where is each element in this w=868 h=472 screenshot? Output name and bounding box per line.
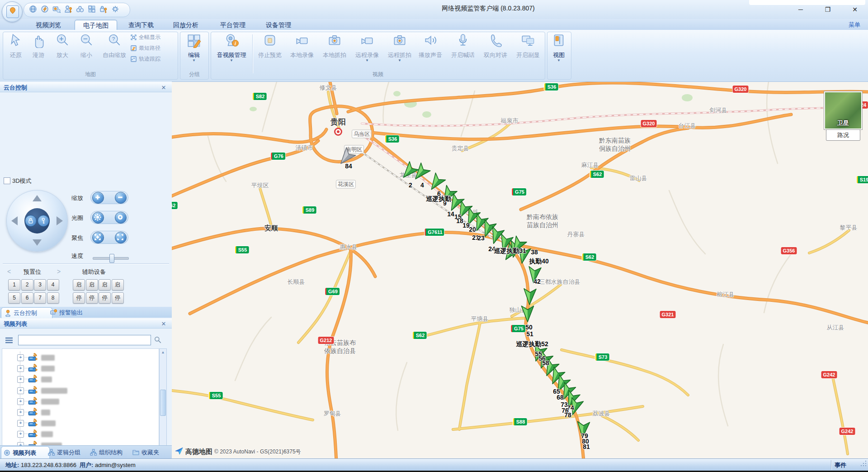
focus-out-button[interactable] xyxy=(115,232,127,243)
dropdown-arrow-icon[interactable]: ▼ xyxy=(212,59,251,62)
minus-button[interactable] xyxy=(115,192,127,204)
traffic-button[interactable]: 路况 xyxy=(826,129,860,141)
user-key-icon[interactable] xyxy=(64,5,73,15)
ribbon-button-远程抓拍[interactable]: 远程抓拍▼ xyxy=(386,33,414,62)
ribbon-button-放大[interactable]: 放大 xyxy=(52,33,73,59)
aux-off-button[interactable]: 停 xyxy=(86,292,98,304)
ribbon-button-音视频管理[interactable]: i音视频管理▼ xyxy=(212,33,251,62)
preset-next-button[interactable]: > xyxy=(57,268,61,275)
ribbon-button-本地抓拍[interactable]: 本地抓拍 xyxy=(321,33,349,59)
map-canvas[interactable]: 修文县贵阳乌当区南明区花溪区清镇市平坝区安顺惠水县长顺县紫云苗族布依族自治县罗甸… xyxy=(172,81,868,459)
aux-off-button[interactable]: 停 xyxy=(73,292,85,304)
tree-row[interactable]: + xyxy=(2,418,158,428)
event-button[interactable]: 事件 xyxy=(835,459,846,471)
close-button[interactable]: ✕ xyxy=(844,4,866,15)
tab-查询下载[interactable]: 查询下载 xyxy=(126,20,156,30)
preset-button-8[interactable]: 8 xyxy=(47,292,59,304)
tree-row[interactable]: + xyxy=(2,374,158,384)
scrollbar-thumb[interactable] xyxy=(160,390,166,416)
patrol-arrow-marker[interactable] xyxy=(524,289,536,305)
tab-电子地图[interactable]: 电子地图 xyxy=(75,20,117,30)
dropdown-arrow-icon[interactable]: ▼ xyxy=(353,59,381,62)
ribbon-button-视图[interactable]: 视图▼ xyxy=(549,33,569,62)
lightning-icon[interactable] xyxy=(40,5,49,15)
app-menu-button[interactable] xyxy=(2,1,23,22)
ptz-down-icon[interactable] xyxy=(33,239,42,246)
ribbon-button-编辑[interactable]: 编辑▼ xyxy=(181,33,207,62)
preset-button-4[interactable]: 4 xyxy=(47,279,59,291)
tab-逻辑分组[interactable]: 逻辑分组 xyxy=(46,446,90,458)
tab-视频列表[interactable]: 视频列表 xyxy=(1,446,50,459)
patrol-arrow-marker[interactable] xyxy=(522,306,534,322)
preset-button-2[interactable]: 2 xyxy=(21,279,33,291)
ptz-left-icon[interactable] xyxy=(11,216,18,225)
search-input[interactable] xyxy=(18,335,151,345)
preset-button-6[interactable]: 6 xyxy=(21,292,33,304)
ribbon-button-漫游[interactable]: 漫游 xyxy=(28,33,49,59)
tab-平台管理[interactable]: 平台管理 xyxy=(217,20,248,30)
preset-button-3[interactable]: 3 xyxy=(34,279,46,291)
ptz-close-icon[interactable]: ✕ xyxy=(160,83,167,93)
tree-expand-icon[interactable]: + xyxy=(17,354,24,361)
mode-3d-checkbox[interactable] xyxy=(4,177,10,184)
patrol-arrow-marker[interactable] xyxy=(411,163,430,183)
tree-expand-icon[interactable]: + xyxy=(17,387,24,394)
ribbon-button-远程录像[interactable]: 远程录像▼ xyxy=(353,33,381,62)
maximize-button[interactable]: ❐ xyxy=(816,4,839,15)
ribbon-small-button-最短路径[interactable]: 最短路径 xyxy=(130,43,175,52)
dropdown-arrow-icon[interactable]: ▼ xyxy=(181,59,207,62)
preset-button-1[interactable]: 1 xyxy=(8,279,20,291)
scroll-up-icon[interactable]: ▲ xyxy=(160,349,166,356)
tree-row[interactable]: + xyxy=(2,396,158,406)
ribbon-button-开启副显[interactable]: 开启副显 xyxy=(514,33,542,59)
resize-grip[interactable] xyxy=(860,460,867,467)
binoculars-icon[interactable] xyxy=(75,5,85,15)
ptz-right-icon[interactable] xyxy=(57,216,63,225)
ribbon-small-button-全幅显示[interactable]: 全幅显示 xyxy=(130,33,175,42)
tree-expand-icon[interactable]: + xyxy=(17,420,24,427)
tree-row[interactable]: + xyxy=(2,429,158,439)
aux-off-button[interactable]: 停 xyxy=(112,292,124,304)
key-icon[interactable] xyxy=(38,215,49,227)
focus-in-button[interactable] xyxy=(92,232,104,243)
ring-button[interactable] xyxy=(115,212,127,224)
aux-on-button[interactable]: 启 xyxy=(99,279,111,291)
speed-slider[interactable] xyxy=(93,257,129,260)
ribbon-button-停止预览[interactable]: 停止预览 xyxy=(256,33,284,59)
dropdown-arrow-icon[interactable]: ▼ xyxy=(386,59,414,62)
tab-设备管理[interactable]: 设备管理 xyxy=(266,20,291,30)
preset-button-5[interactable]: 5 xyxy=(8,292,20,304)
snapshot-icon[interactable] xyxy=(52,5,61,15)
ribbon-button-自由缩放[interactable]: ?自由缩放 xyxy=(100,33,129,59)
hamburger-icon[interactable] xyxy=(5,336,14,347)
preset-button-7[interactable]: 7 xyxy=(34,292,46,304)
tree-expand-icon[interactable]: + xyxy=(17,365,24,372)
tree-row[interactable]: + xyxy=(2,407,158,417)
dropdown-arrow-icon[interactable]: ▼ xyxy=(549,59,569,62)
grid-icon[interactable] xyxy=(87,5,96,15)
sun-button[interactable] xyxy=(92,212,104,224)
tree-row[interactable]: + xyxy=(2,363,158,373)
ribbon-button-缩小[interactable]: 缩小 xyxy=(76,33,97,59)
gear-icon[interactable] xyxy=(111,5,120,15)
ptz-up-icon[interactable] xyxy=(33,195,42,201)
tab-收藏夹[interactable]: 收藏夹 xyxy=(130,446,168,458)
search-icon[interactable] xyxy=(154,336,162,346)
video-list-close-icon[interactable]: ✕ xyxy=(160,319,167,329)
ribbon-button-还原[interactable]: 还原 xyxy=(5,33,26,59)
aux-on-button[interactable]: 启 xyxy=(112,279,124,291)
tree-expand-icon[interactable]: + xyxy=(17,398,24,405)
tab-云台控制[interactable]: 云台控制 xyxy=(1,307,52,318)
tree-row[interactable]: + xyxy=(2,386,158,396)
lock-icon[interactable] xyxy=(25,215,37,227)
satellite-view-toggle[interactable]: 卫星 xyxy=(824,91,862,129)
preset-prev-button[interactable]: < xyxy=(7,268,11,275)
speed-slider-thumb[interactable] xyxy=(109,254,114,263)
tree-expand-icon[interactable]: + xyxy=(17,409,24,416)
tab-视频浏览[interactable]: 视频浏览 xyxy=(33,20,64,30)
tab-回放分析[interactable]: 回放分析 xyxy=(170,20,201,30)
menu-button[interactable]: 菜单 xyxy=(849,20,860,30)
ribbon-button-播放声音[interactable]: 播放声音 xyxy=(416,33,444,59)
lock-key-icon[interactable] xyxy=(99,5,108,15)
aux-off-button[interactable]: 停 xyxy=(99,292,111,304)
